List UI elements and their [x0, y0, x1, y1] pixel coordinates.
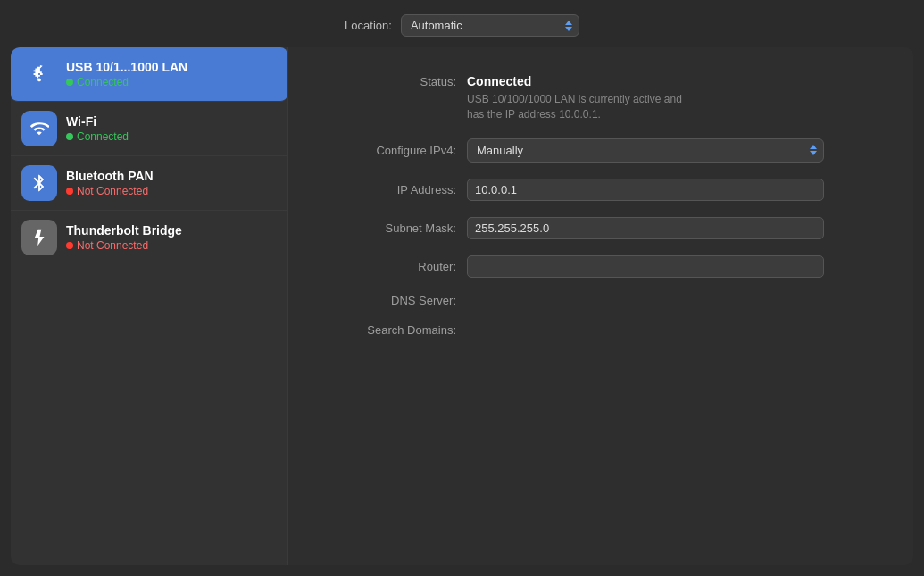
sidebar-item-wifi[interactable]: Wi-Fi Connected	[11, 102, 287, 156]
configure-ipv4-row: Configure IPv4: Manually Using DHCP Usin…	[324, 138, 878, 163]
thunderbolt-icon	[21, 220, 57, 255]
bluetooth-pan-name: Bluetooth PAN	[66, 169, 154, 183]
status-block: Connected USB 10/100/1000 LAN is current…	[467, 74, 682, 122]
configure-ipv4-select-wrapper: Manually Using DHCP Using DHCP with manu…	[467, 138, 824, 163]
location-select-wrapper: Automatic Edit Locations...	[401, 14, 579, 37]
usb-lan-icon	[21, 56, 57, 92]
sidebar-item-thunderbolt-bridge[interactable]: Thunderbolt Bridge Not Connected	[11, 211, 287, 264]
usb-lan-status-dot	[66, 79, 73, 86]
configure-ipv4-label: Configure IPv4:	[324, 144, 467, 157]
ip-address-input[interactable]	[467, 179, 824, 201]
location-select[interactable]: Automatic Edit Locations...	[401, 14, 579, 37]
bluetooth-pan-status: Not Connected	[66, 185, 154, 197]
router-input[interactable]	[467, 255, 824, 278]
bluetooth-icon	[21, 165, 57, 201]
ip-address-label: IP Address:	[324, 183, 467, 196]
wifi-icon	[21, 111, 57, 146]
sidebar: USB 10/1...1000 LAN Connected Wi-Fi	[11, 47, 287, 565]
sidebar-item-usb-lan[interactable]: USB 10/1...1000 LAN Connected	[11, 47, 287, 102]
router-label: Router:	[324, 260, 467, 273]
usb-lan-status: Connected	[66, 76, 187, 88]
subnet-mask-input[interactable]	[467, 217, 824, 239]
top-bar: Location: Automatic Edit Locations...	[0, 0, 924, 47]
thunderbolt-status: Not Connected	[66, 239, 182, 252]
subnet-mask-label: Subnet Mask:	[324, 221, 467, 235]
subnet-mask-row: Subnet Mask:	[324, 217, 878, 239]
router-row: Router:	[324, 255, 878, 278]
thunderbolt-info: Thunderbolt Bridge Not Connected	[66, 223, 182, 252]
dns-server-row: DNS Server:	[324, 294, 878, 307]
bluetooth-pan-info: Bluetooth PAN Not Connected	[66, 169, 154, 197]
svg-point-0	[37, 79, 41, 82]
ip-address-row: IP Address:	[324, 179, 878, 201]
search-domains-label: Search Domains:	[324, 323, 467, 337]
thunderbolt-name: Thunderbolt Bridge	[66, 223, 182, 238]
status-value: Connected	[467, 74, 682, 88]
wifi-name: Wi-Fi	[66, 114, 129, 129]
sidebar-item-bluetooth-pan[interactable]: Bluetooth PAN Not Connected	[11, 156, 287, 211]
detail-panel: Status: Connected USB 10/100/1000 LAN is…	[287, 47, 913, 565]
wifi-status: Connected	[66, 130, 129, 143]
wifi-info: Wi-Fi Connected	[66, 114, 129, 143]
status-label: Status:	[324, 75, 467, 88]
search-domains-row: Search Domains:	[324, 323, 878, 337]
location-label: Location:	[345, 19, 392, 32]
status-description: USB 10/100/1000 LAN is currently active …	[467, 92, 682, 122]
dns-server-label: DNS Server:	[324, 294, 467, 307]
usb-lan-name: USB 10/1...1000 LAN	[66, 60, 187, 74]
main-content: USB 10/1...1000 LAN Connected Wi-Fi	[0, 47, 924, 576]
usb-lan-info: USB 10/1...1000 LAN Connected	[66, 60, 187, 88]
bluetooth-pan-status-dot	[66, 188, 73, 195]
status-row: Status: Connected USB 10/100/1000 LAN is…	[324, 74, 878, 122]
configure-ipv4-select[interactable]: Manually Using DHCP Using DHCP with manu…	[467, 138, 824, 163]
thunderbolt-status-dot	[66, 242, 73, 249]
wifi-status-dot	[66, 133, 73, 140]
